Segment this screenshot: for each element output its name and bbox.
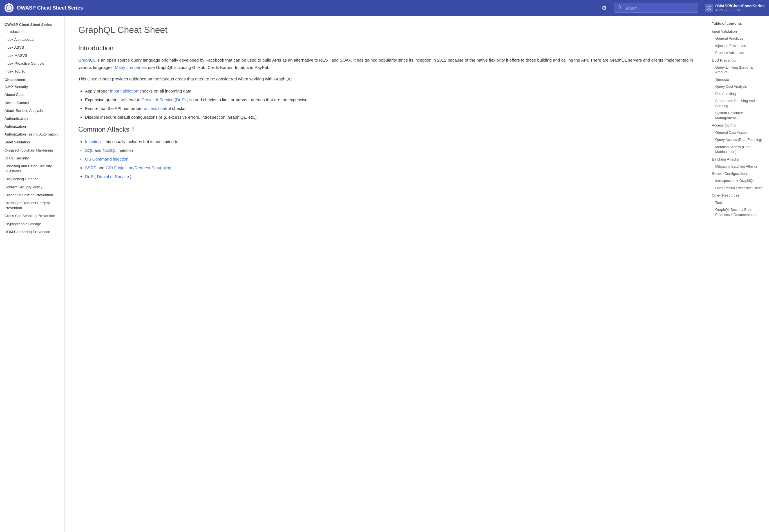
intro-para1-text2: use GraphQL including GitHub, Credit Kar… [148,65,269,70]
toc-access-control[interactable]: Access Control [707,122,769,129]
ca-bullet-injection: Injection - this usually includes but is… [85,138,694,172]
sidebar-item-security-questions[interactable]: Choosing and Using Security Questions [0,162,64,175]
sidebar-item-authentication[interactable]: Authentication [0,115,64,123]
toc-query-access[interactable]: Query Access (Data Fetching) [707,136,769,144]
sidebar-item-index-asvs[interactable]: Index ASVS [0,44,64,51]
toc-mitigating-batching[interactable]: Mitigating Batching Attacks [707,163,769,170]
toc-system-resource[interactable]: System Resource Management [707,110,769,122]
common-attacks-heading: Common Attacks ¶ [78,125,694,133]
sidebar-item-credential-stuffing[interactable]: Credential Stuffing Prevention [0,191,64,199]
sidebar-item-bean-validation[interactable]: Bean Validation [0,138,64,146]
toc-process-validation[interactable]: Process Validation [707,49,769,57]
toc-general-practices[interactable]: General Practices [707,35,769,42]
sidebar-item-c-toolchain[interactable]: C-Based Toolchain Hardening [0,146,64,154]
bullet2: Expensive queries will lead to Denial of… [85,96,694,103]
sql-link[interactable]: SQL [85,148,93,153]
toc-query-limiting[interactable]: Query Limiting (Depth & Amount) [707,64,769,76]
toc-introspection[interactable]: Introspection + GraphiQL [707,177,769,185]
sidebar-item-index-top10[interactable]: Index Top 10 [0,67,64,75]
sidebar-item-abuse[interactable]: Abuse Case [0,91,64,99]
toc-mutation-access[interactable]: Mutation Access (Data Manipulation) [707,144,769,156]
sidebar-item-index-proactive[interactable]: Index Proactive Controls [0,60,64,67]
ca-bullet-dos: DoS ( Denial of Service ) [85,173,694,180]
right-toc: Table of contents Input Validation Gener… [707,16,769,532]
repo-icon [705,4,713,12]
toc-input-validation[interactable]: Input Validation [707,28,769,35]
toc-rate-limiting[interactable]: Rate Limiting [707,91,769,98]
toc-graphql-best-practices[interactable]: GraphQL Security Best Practices + Docume… [707,206,769,218]
dos-link2[interactable]: DoS [85,174,93,179]
svg-point-5 [709,8,710,9]
sidebar-item-dom-clobbering[interactable]: DOM Clobbering Prevention [0,228,64,236]
toc-injection-prevention[interactable]: Injection Prevention [707,42,769,50]
content-area: GraphQL Cheat Sheet Introduction GraphQL… [65,16,707,532]
access-control-link[interactable]: access control [144,106,171,111]
sidebar-item-access-control[interactable]: Access Control [0,99,64,107]
svg-text:O: O [8,6,10,10]
crlf-link[interactable]: CRLF injection/Request Smuggling [105,165,171,170]
dos-full-link[interactable]: Denial of Service [97,174,129,179]
anchor-icon[interactable]: ¶ [131,126,134,132]
toc-query-cost[interactable]: Query Cost Analysis [707,83,769,91]
graphql-link[interactable]: GraphQL [78,58,95,62]
input-validation-link[interactable]: input validation [110,89,138,93]
sidebar-item-auth-testing[interactable]: Authorization Testing Automation [0,130,64,138]
ca-sub-os: OS Command injection [85,155,694,163]
page-title: GraphQL Cheat Sheet [78,25,694,35]
sidebar-item-attack-surface[interactable]: Attack Surface Analysis [0,107,64,115]
sidebar-item-authorization[interactable]: Authorization [0,123,64,130]
toc-other-resources[interactable]: Other Resources [707,192,769,199]
sidebar-item-introduction[interactable]: Introduction [0,28,64,36]
bullet4: Disable insecure default configurations … [85,113,694,121]
search-input[interactable] [624,6,695,10]
left-sidebar: OWASP Cheat Sheet Series Introduction In… [0,16,65,532]
logo-icon: O [4,3,13,12]
toc-dont-return-errors[interactable]: Don't Return Excessive Errors [707,185,769,192]
toc-general-data-access[interactable]: General Data Access [707,129,769,137]
toc-title: Table of contents [707,20,769,28]
bullet3: Ensure that the API has proper access co… [85,105,694,112]
bullet1: Apply proper input validation checks on … [85,87,694,95]
sidebar-item-clickjacking[interactable]: Clickjacking Defense [0,175,64,183]
intro-para1: GraphQL is an open source query language… [78,57,694,71]
many-companies-link[interactable]: Many companies [115,65,147,70]
sidebar-item-csrf[interactable]: Cross-Site Request Forgery Prevention [0,199,64,212]
nosql-link[interactable]: NoSQL [103,148,116,153]
ca-sub-ssrf: SSRF and CRLF injection/Request Smugglin… [85,164,694,172]
sidebar-item-csp[interactable]: Content Security Policy [0,183,64,191]
site-title: OWASP Cheat Sheet Series [17,5,597,11]
sidebar-item-xss[interactable]: Cross Site Scripting Prevention [0,212,64,220]
os-command-link[interactable]: OS Command injection [85,157,128,161]
toc-batching-attacks[interactable]: Batching Attacks [707,156,769,163]
sidebar-item-ci-cd[interactable]: CI CD Security [0,154,64,162]
injection-link[interactable]: Injection [85,139,101,144]
sidebar-item-index-alpha[interactable]: Index Alphabetical [0,36,64,44]
star-count: ★ 25.7k [715,8,727,12]
intro-para2: This Cheat Sheet provides guidance on th… [78,75,694,83]
sidebar-item-index-masvs[interactable]: Index MASVS [0,52,64,60]
sidebar-section-title: OWASP Cheat Sheet Series [0,20,64,28]
fork-count: ⑂ 3.7k [731,8,740,12]
cheatsheets-section-title: Cheatsheets [0,75,64,83]
repo-section: OWASP/CheatSheetSeries ★ 25.7k ⑂ 3.7k [705,4,765,12]
toc-timeouts[interactable]: Timeouts [707,76,769,84]
toc-tools[interactable]: Tools [707,199,769,207]
ssrf-link[interactable]: SSRF [85,165,96,170]
toc-server-batching[interactable]: Server-side Batching and Caching [707,98,769,110]
intro-heading: Introduction [78,44,694,52]
search-icon [618,5,622,11]
gear-icon[interactable]: ⚙ [601,4,608,12]
header: O OWASP Cheat Sheet Series ⚙ OWASP/Cheat… [0,0,769,16]
repo-stats: ★ 25.7k ⑂ 3.7k [715,8,765,12]
svg-line-3 [621,8,622,9]
ca-sub-sql: SQL and NoSQL injection [85,146,694,154]
dos-link[interactable]: Denial of Service (DoS) [141,97,186,102]
repo-name[interactable]: OWASP/CheatSheetSeries [715,4,765,8]
sidebar-item-ajax[interactable]: AJAX Security [0,83,64,91]
toc-secure-configs[interactable]: Secure Configurations [707,170,769,177]
main-layout: OWASP Cheat Sheet Series Introduction In… [0,16,769,532]
intro-bullets: Apply proper input validation checks on … [85,87,694,121]
common-attacks-list: Injection - this usually includes but is… [85,138,694,180]
toc-dos-prevention[interactable]: DoS Prevention [707,57,769,64]
sidebar-item-crypto[interactable]: Cryptographic Storage [0,220,64,228]
